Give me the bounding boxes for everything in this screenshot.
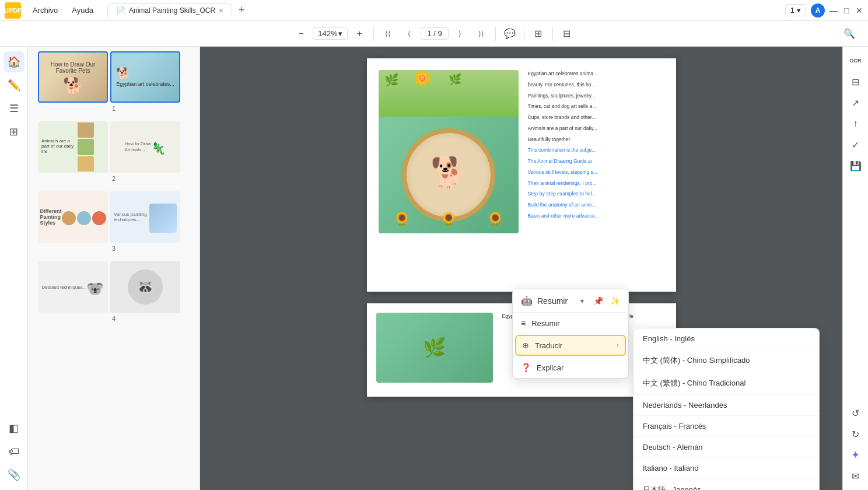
traducir-icon: ⊕ — [522, 341, 529, 350]
nav-last-btn[interactable]: ⟩⟩ — [472, 24, 491, 43]
close-btn[interactable]: ✕ — [855, 6, 863, 15]
language-submenu: English - Inglés 中文 (简体) - Chino Simplif… — [633, 328, 820, 490]
pdf-page1-image: 🌿 🌼 🌿 🐕 🌻 🌻 🌻 — [379, 70, 519, 233]
lang-japanese[interactable]: 日本語 - Japonés — [634, 479, 819, 490]
new-tab-btn[interactable]: + — [235, 4, 249, 18]
nav-prev-btn[interactable]: ⟨ — [400, 24, 418, 43]
sidebar-paperclip-btn[interactable]: 📎 — [4, 464, 24, 485]
menu-item-explicar[interactable]: ❓ Explicar — [513, 357, 628, 378]
context-menu: 🤖 Resumir ▾ 📌 ✨ ≡ Resumir ⊕ Traducir › ❓… — [512, 289, 629, 379]
traducir-arrow-icon: › — [617, 341, 619, 349]
save-btn[interactable]: 💾 — [846, 156, 865, 175]
menu-item-resumir[interactable]: ≡ Resumir — [513, 313, 628, 334]
main-content: 🏠 ✏️ ☰ ⊞ ◧ 🏷 📎 How to Draw OurFavorite P… — [0, 47, 868, 490]
ai-toolbar: 🤖 Resumir ▾ 📌 ✨ — [513, 289, 628, 312]
toolbar-right: 🔍 — [840, 24, 859, 43]
divider-2 — [495, 27, 496, 41]
layout-btn[interactable]: ⊞ — [529, 24, 548, 43]
check-btn[interactable]: ✓ — [846, 135, 865, 154]
thumbnail-num-1: 1 — [112, 105, 116, 112]
text-line-4: Times, cat and dog art sells a... — [528, 103, 664, 110]
zoom-out-btn[interactable]: − — [292, 24, 310, 43]
page-indicator: 1 / 9 — [421, 27, 448, 40]
dropdown-arrow-icon[interactable]: ▾ — [580, 297, 584, 305]
text-line-2: beauty. For centuries, this ho... — [528, 81, 664, 89]
left-sidebar: 🏠 ✏️ ☰ ⊞ ◧ 🏷 📎 — [0, 47, 28, 490]
thumbnail-panel: How to Draw OurFavorite Pets 🐕 🐕 Egyptia… — [28, 47, 200, 490]
explicar-icon: ❓ — [521, 363, 531, 372]
menu-item-traducir[interactable]: ⊕ Traducir › — [515, 335, 626, 356]
text-line-6: Animals are a part of our daily... — [528, 125, 664, 132]
titlebar: UPDF Archivo Ayuda 📄 Animal Painting Ski… — [0, 0, 868, 21]
redo-btn[interactable]: ↻ — [846, 425, 865, 443]
sidebar-home-btn[interactable]: 🏠 — [4, 51, 24, 72]
user-avatar[interactable]: A — [811, 4, 825, 18]
divider-1 — [373, 27, 374, 41]
page-selector[interactable]: 1 ▾ — [785, 4, 806, 16]
lang-english[interactable]: English - Inglés — [634, 328, 819, 349]
thumbnail-3[interactable]: Different Painting Styles Various painti… — [33, 191, 195, 252]
thumbnail-1[interactable]: How to Draw OurFavorite Pets 🐕 🐕 Egyptia… — [33, 51, 195, 112]
text-line-3: Paintings, sculptures, jewelry... — [528, 92, 664, 100]
lang-italian[interactable]: Italiano - Italiano — [634, 458, 819, 479]
minimize-btn[interactable]: — — [830, 6, 838, 15]
highlight-1: This combination is the subje... — [528, 146, 664, 154]
nav-first-btn[interactable]: ⟨⟨ — [379, 24, 397, 43]
pdf-page1-text: Egyptian art celebrates anima... beauty.… — [528, 70, 664, 280]
lang-chinese-traditional[interactable]: 中文 (繁體) - Chino Tradicional — [634, 372, 819, 395]
maximize-btn[interactable]: □ — [842, 6, 850, 15]
compare-btn[interactable]: ⊟ — [558, 24, 576, 43]
menu-bar: Archivo Ayuda — [26, 4, 100, 17]
sidebar-bookmark-btn[interactable]: 🏷 — [4, 441, 24, 462]
toolbar: − 142% ▾ + ⟨⟨ ⟨ 1 / 9 ⟩ ⟩⟩ 💬 ⊞ ⊟ 🔍 — [0, 21, 868, 47]
zoom-in-btn[interactable]: + — [350, 24, 369, 43]
sparkle-icon[interactable]: ✨ — [610, 296, 620, 306]
text-line-7: Beautifully together. — [528, 136, 664, 144]
compress-btn[interactable]: ⊟ — [846, 72, 865, 91]
divider-3 — [524, 27, 524, 41]
lang-dutch[interactable]: Nederlands - Neerlandés — [634, 395, 819, 416]
ai-menu-icon: 🤖 — [521, 295, 533, 306]
resumir-icon: ≡ — [521, 318, 526, 328]
lang-french[interactable]: Français - Francés — [634, 416, 819, 437]
tab-bar: 📄 Animal Painting Skills_OCR × + — [107, 3, 783, 18]
thumbnail-2[interactable]: Animals are a part of our daily life How… — [33, 121, 195, 182]
thumbnail-4[interactable]: Detailed techniques... 🐨 🦝 4 — [33, 261, 195, 322]
highlight-7: Basic and other more advance... — [528, 212, 664, 220]
convert-btn[interactable]: ↗ — [846, 93, 865, 112]
menu-archivo[interactable]: Archivo — [26, 4, 65, 17]
thumbnail-num-4: 4 — [112, 315, 116, 322]
menu-ayuda[interactable]: Ayuda — [65, 4, 100, 17]
search-btn[interactable]: 🔍 — [840, 24, 859, 43]
text-line-1: Egyptian art celebrates anima... — [528, 70, 664, 78]
comment-btn[interactable]: 💬 — [501, 24, 519, 43]
yellow-flowers: 🌻 🌻 🌻 — [379, 211, 519, 228]
pin-icon[interactable]: 📌 — [593, 296, 603, 306]
sidebar-list-btn[interactable]: ☰ — [4, 98, 24, 119]
updf-logo: UPDF — [5, 2, 21, 19]
divider-4 — [552, 27, 553, 41]
share-btn[interactable]: ↑ — [846, 114, 865, 133]
lang-german[interactable]: Deutsch - Alemán — [634, 437, 819, 458]
zoom-level-display[interactable]: 142% ▾ — [313, 27, 348, 40]
message-btn[interactable]: ✉ — [846, 467, 865, 485]
ocr-btn[interactable]: OCR — [846, 51, 865, 70]
right-sidebar: OCR ⊟ ↗ ↑ ✓ 💾 ↺ ↻ ✦ ✉ — [842, 47, 868, 490]
ai-assistant-btn[interactable]: ✦ — [846, 446, 865, 464]
highlight-6: Build the anatomy of an anim... — [528, 201, 664, 209]
ai-label: Resumir — [537, 296, 568, 306]
dog-embroidery-img: 🐕 — [402, 128, 495, 222]
tab-animal-painting[interactable]: 📄 Animal Painting Skills_OCR × — [107, 3, 232, 18]
tab-close-btn[interactable]: × — [219, 6, 223, 15]
sidebar-edit-btn[interactable]: ✏️ — [4, 75, 24, 96]
sidebar-layers-btn[interactable]: ◧ — [4, 418, 24, 439]
text-line-5: Cups, store brands and other... — [528, 114, 664, 121]
highlight-2: The Animal Drawing Guide ai — [528, 158, 664, 165]
nav-next-btn[interactable]: ⟩ — [451, 24, 470, 43]
thumbnail-num-2: 2 — [112, 175, 116, 182]
thumbnail-num-3: 3 — [112, 245, 116, 252]
highlight-4: Their animal renderings. I pro... — [528, 180, 664, 187]
undo-btn[interactable]: ↺ — [846, 404, 865, 422]
sidebar-table-btn[interactable]: ⊞ — [4, 121, 24, 142]
lang-chinese-simplified[interactable]: 中文 (简体) - Chino Simplificado — [634, 349, 819, 372]
